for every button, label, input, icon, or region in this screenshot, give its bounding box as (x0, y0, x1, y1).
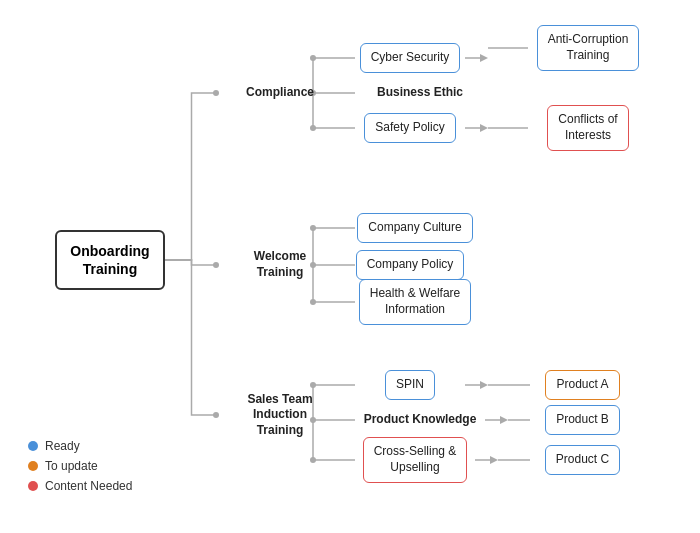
company-policy: Company Policy (355, 250, 465, 280)
legend-item-ready: Ready (28, 439, 132, 453)
svg-point-22 (213, 412, 219, 418)
svg-point-25 (310, 382, 316, 388)
cyber-security: Cyber Security (355, 43, 465, 73)
product-b: Product B (530, 405, 635, 435)
diagram: Onboarding TrainingComplianceCyber Secur… (0, 0, 700, 533)
legend-dot (28, 481, 38, 491)
svg-point-14 (213, 262, 219, 268)
svg-marker-5 (480, 54, 488, 62)
product-knowledge: Product Knowledge (355, 405, 485, 435)
sales-team-induction-training: Sales Team Induction Training (220, 393, 340, 437)
conflicts-of-interests: Conflicts of Interests (528, 106, 648, 150)
svg-point-10 (310, 125, 316, 131)
safety-policy: Safety Policy (355, 113, 465, 143)
business-ethic: Business Ethic (355, 78, 485, 108)
svg-marker-27 (480, 381, 488, 389)
spin: SPIN (355, 370, 465, 400)
legend-dot (28, 461, 38, 471)
product-c: Product C (530, 445, 635, 475)
health-welfare-information: Health & Welfare Information (355, 280, 475, 324)
svg-marker-37 (490, 456, 498, 464)
cross-selling-upselling: Cross-Selling & Upselling (355, 438, 475, 482)
svg-marker-32 (500, 416, 508, 424)
svg-point-0 (213, 90, 219, 96)
legend-item-content-needed: Content Needed (28, 479, 132, 493)
svg-point-17 (310, 225, 316, 231)
company-culture: Company Culture (355, 213, 475, 243)
svg-marker-12 (480, 124, 488, 132)
anti-corruption-training: Anti-Corruption Training (528, 26, 648, 70)
svg-point-3 (310, 55, 316, 61)
legend-dot (28, 441, 38, 451)
svg-point-21 (310, 299, 316, 305)
svg-point-35 (310, 457, 316, 463)
compliance: Compliance (220, 78, 340, 108)
onboarding-training: Onboarding Training (55, 230, 165, 290)
legend: ReadyTo updateContent Needed (28, 439, 132, 493)
legend-item-to-update: To update (28, 459, 132, 473)
product-a: Product A (530, 370, 635, 400)
welcome-training: Welcome Training (220, 243, 340, 287)
